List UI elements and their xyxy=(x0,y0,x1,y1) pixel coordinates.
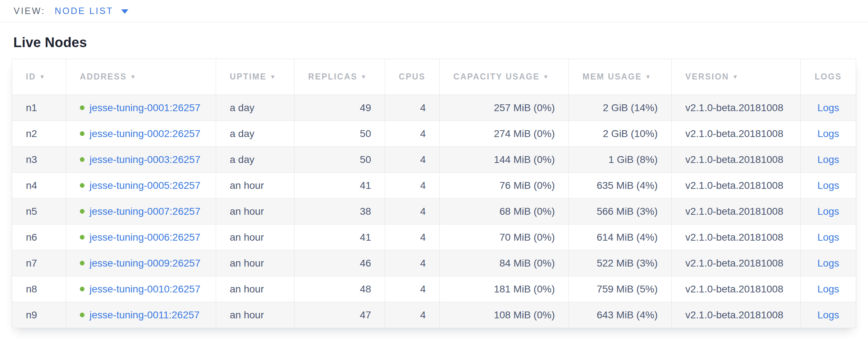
node-address-link[interactable]: jesse-tuning-0011:26257 xyxy=(90,309,200,320)
mem-cell: 635 MiB (4%) xyxy=(569,173,672,199)
column-header-label: VERSION xyxy=(685,72,729,81)
logs-link[interactable]: Logs xyxy=(817,102,839,113)
node-live-status-icon xyxy=(80,287,84,291)
column-header-mem[interactable]: MEM USAGE▼ xyxy=(569,59,672,95)
mem-cell: 2 GiB (10%) xyxy=(569,121,672,147)
column-header-version[interactable]: VERSION▼ xyxy=(672,59,801,95)
id-cell: n3 xyxy=(12,147,66,173)
version-cell: v2.1.0-beta.20181008 xyxy=(672,147,801,173)
live-nodes-table: ID▼ADDRESS▼UPTIME▼REPLICAS▼CPUSCAPACITY … xyxy=(12,59,856,328)
table-row: n7jesse-tuning-0009:26257an hour46484 Mi… xyxy=(12,250,856,276)
logs-cell: Logs xyxy=(801,173,856,199)
version-cell: v2.1.0-beta.20181008 xyxy=(672,173,801,199)
node-live-status-icon xyxy=(80,157,84,162)
mem-cell: 566 MiB (3%) xyxy=(569,199,672,224)
node-live-status-icon xyxy=(80,313,84,317)
logs-link[interactable]: Logs xyxy=(817,258,839,269)
column-header-label: MEM USAGE xyxy=(583,72,642,81)
capacity-cell: 84 MiB (0%) xyxy=(440,250,569,276)
uptime-cell: a day xyxy=(216,121,294,147)
column-header-label: LOGS xyxy=(815,72,842,81)
node-address-link[interactable]: jesse-tuning-0001:26257 xyxy=(90,102,200,113)
replicas-cell: 49 xyxy=(294,95,385,121)
node-live-status-icon xyxy=(80,105,84,110)
table-row: n4jesse-tuning-0005:26257an hour41476 Mi… xyxy=(12,173,856,199)
column-header-logs: LOGS xyxy=(801,59,856,95)
table-header-row: ID▼ADDRESS▼UPTIME▼REPLICAS▼CPUSCAPACITY … xyxy=(12,59,856,95)
replicas-cell: 41 xyxy=(294,173,385,199)
replicas-cell: 47 xyxy=(294,302,385,328)
column-header-label: UPTIME xyxy=(230,72,267,81)
id-cell: n6 xyxy=(12,224,66,250)
logs-cell: Logs xyxy=(801,147,856,173)
table-row: n6jesse-tuning-0006:26257an hour41470 Mi… xyxy=(12,224,856,250)
replicas-cell: 50 xyxy=(294,121,385,147)
column-header-label: ADDRESS xyxy=(80,72,127,81)
uptime-cell: an hour xyxy=(216,302,294,328)
uptime-cell: an hour xyxy=(216,276,294,302)
node-address-cell: jesse-tuning-0006:26257 xyxy=(66,224,216,250)
column-header-label: CPUS xyxy=(399,72,425,81)
node-address-link[interactable]: jesse-tuning-0006:26257 xyxy=(90,232,200,243)
cpus-cell: 4 xyxy=(385,95,440,121)
node-address-link[interactable]: jesse-tuning-0009:26257 xyxy=(90,258,200,269)
live-nodes-table-container: ID▼ADDRESS▼UPTIME▼REPLICAS▼CPUSCAPACITY … xyxy=(12,59,856,328)
column-header-uptime[interactable]: UPTIME▼ xyxy=(216,59,294,95)
logs-link[interactable]: Logs xyxy=(817,309,839,320)
sort-arrow-icon: ▼ xyxy=(130,74,137,80)
table-row: n1jesse-tuning-0001:26257a day494257 MiB… xyxy=(12,95,856,121)
column-header-replicas[interactable]: REPLICAS▼ xyxy=(294,59,385,95)
table-row: n8jesse-tuning-0010:26257an hour484181 M… xyxy=(12,276,856,302)
node-address-link[interactable]: jesse-tuning-0003:26257 xyxy=(90,154,200,165)
view-dropdown-value: NODE LIST xyxy=(55,6,113,16)
view-dropdown[interactable]: NODE LIST xyxy=(55,6,128,16)
version-cell: v2.1.0-beta.20181008 xyxy=(672,224,801,250)
uptime-cell: an hour xyxy=(216,199,294,224)
mem-cell: 1 GiB (8%) xyxy=(569,147,672,173)
table-row: n9jesse-tuning-0011:26257an hour474108 M… xyxy=(12,302,856,328)
node-address-cell: jesse-tuning-0010:26257 xyxy=(66,276,216,302)
cpus-cell: 4 xyxy=(385,250,440,276)
cpus-cell: 4 xyxy=(385,276,440,302)
uptime-cell: an hour xyxy=(216,224,294,250)
capacity-cell: 108 MiB (0%) xyxy=(440,302,569,328)
node-address-link[interactable]: jesse-tuning-0010:26257 xyxy=(90,283,200,295)
sort-arrow-icon: ▼ xyxy=(39,74,46,80)
version-cell: v2.1.0-beta.20181008 xyxy=(672,302,801,328)
cpus-cell: 4 xyxy=(385,224,440,250)
logs-link[interactable]: Logs xyxy=(817,154,839,165)
column-header-id[interactable]: ID▼ xyxy=(12,59,66,95)
node-address-link[interactable]: jesse-tuning-0007:26257 xyxy=(90,206,200,217)
node-address-link[interactable]: jesse-tuning-0005:26257 xyxy=(90,180,200,191)
logs-link[interactable]: Logs xyxy=(817,232,839,243)
column-header-address[interactable]: ADDRESS▼ xyxy=(66,59,216,95)
table-row: n2jesse-tuning-0002:26257a day504274 MiB… xyxy=(12,121,856,147)
logs-cell: Logs xyxy=(801,224,856,250)
cpus-cell: 4 xyxy=(385,121,440,147)
logs-cell: Logs xyxy=(801,121,856,147)
logs-link[interactable]: Logs xyxy=(817,128,839,139)
mem-cell: 2 GiB (14%) xyxy=(569,95,672,121)
replicas-cell: 50 xyxy=(294,147,385,173)
logs-link[interactable]: Logs xyxy=(817,180,839,191)
node-address-cell: jesse-tuning-0007:26257 xyxy=(66,199,216,224)
version-cell: v2.1.0-beta.20181008 xyxy=(672,199,801,224)
capacity-cell: 257 MiB (0%) xyxy=(440,95,569,121)
mem-cell: 614 MiB (4%) xyxy=(569,224,672,250)
version-cell: v2.1.0-beta.20181008 xyxy=(672,121,801,147)
id-cell: n7 xyxy=(12,250,66,276)
cpus-cell: 4 xyxy=(385,173,440,199)
logs-link[interactable]: Logs xyxy=(817,206,839,217)
replicas-cell: 41 xyxy=(294,224,385,250)
node-address-cell: jesse-tuning-0003:26257 xyxy=(66,147,216,173)
logs-cell: Logs xyxy=(801,199,856,224)
column-header-label: ID xyxy=(26,72,36,81)
column-header-capacity[interactable]: CAPACITY USAGE▼ xyxy=(440,59,569,95)
node-address-link[interactable]: jesse-tuning-0002:26257 xyxy=(90,128,200,139)
view-label: VIEW: xyxy=(14,6,45,16)
logs-cell: Logs xyxy=(801,95,856,121)
logs-link[interactable]: Logs xyxy=(817,283,839,295)
id-cell: n5 xyxy=(12,199,66,224)
replicas-cell: 46 xyxy=(294,250,385,276)
cpus-cell: 4 xyxy=(385,147,440,173)
